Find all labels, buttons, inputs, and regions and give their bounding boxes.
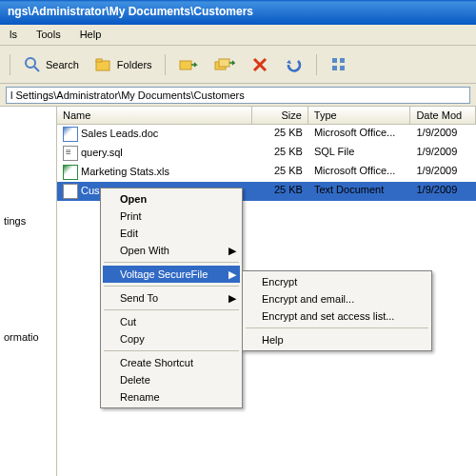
- file-list: Name Size Type Date Mod Sales Leads.doc …: [57, 107, 476, 476]
- sub-email[interactable]: Encrypt and email...: [245, 290, 429, 307]
- submenu: Encrypt Encrypt and email... Encrypt and…: [242, 270, 432, 351]
- address-input[interactable]: l Settings\Administrator\My Documents\Cu…: [6, 87, 470, 104]
- file-size: 25 KB: [252, 126, 308, 143]
- file-type: SQL File: [308, 145, 411, 162]
- file-row[interactable]: Marketing Stats.xls 25 KB Microsoft Offi…: [57, 163, 476, 182]
- folders-icon: [94, 55, 113, 74]
- column-size[interactable]: Size: [252, 107, 308, 124]
- delete-button[interactable]: [244, 51, 276, 78]
- sidebar-text: tings: [4, 215, 26, 227]
- views-button[interactable]: [323, 51, 355, 78]
- sidebar: tings ormatio: [0, 107, 57, 476]
- copyto-button[interactable]: [208, 51, 242, 78]
- text-icon: [63, 184, 78, 199]
- ctx-sendto[interactable]: Send To▶: [103, 289, 240, 307]
- file-type: Microsoft Office...: [308, 164, 411, 181]
- folders-button[interactable]: Folders: [88, 51, 159, 78]
- toolbar-separator: [316, 54, 317, 75]
- file-date: 1/9/2009: [410, 126, 476, 143]
- addressbar: l Settings\Administrator\My Documents\Cu…: [0, 84, 476, 107]
- file-name: Cus: [81, 185, 100, 196]
- ctx-shortcut[interactable]: Create Shortcut: [103, 354, 240, 371]
- ctx-separator: [104, 286, 239, 287]
- menu-tools[interactable]: Tools: [27, 27, 70, 43]
- ctx-rename[interactable]: Rename: [103, 388, 240, 406]
- svg-rect-12: [340, 66, 345, 70]
- column-type[interactable]: Type: [308, 107, 411, 124]
- file-name: Sales Leads.doc: [81, 128, 158, 139]
- svg-rect-3: [96, 59, 102, 62]
- ctx-openwith[interactable]: Open With▶: [103, 242, 240, 259]
- file-type: Microsoft Office...: [308, 126, 411, 143]
- menubar: ls Tools Help: [0, 25, 476, 46]
- column-date[interactable]: Date Mod: [410, 107, 476, 124]
- ctx-print[interactable]: Print: [103, 208, 240, 225]
- menu-ls[interactable]: ls: [0, 27, 27, 43]
- titlebar[interactable]: ngs\Administrator\My Documents\Customers: [0, 0, 476, 25]
- svg-rect-9: [332, 58, 337, 63]
- sub-help[interactable]: Help: [245, 331, 429, 348]
- file-date: 1/9/2009: [410, 164, 476, 181]
- undo-icon: [285, 55, 304, 74]
- folder-copy-icon: [214, 55, 235, 74]
- search-icon: [23, 55, 42, 74]
- chevron-right-icon: ▶: [228, 292, 236, 305]
- main-area: tings ormatio Name Size Type Date Mod Sa…: [0, 107, 476, 476]
- ctx-cut[interactable]: Cut: [103, 313, 240, 330]
- chevron-right-icon: ▶: [228, 245, 236, 257]
- ctx-copy[interactable]: Copy: [103, 330, 240, 347]
- file-row[interactable]: Sales Leads.doc 25 KB Microsoft Office..…: [57, 125, 476, 144]
- svg-line-1: [34, 67, 39, 71]
- ctx-separator: [104, 309, 239, 310]
- folder-move-icon: [178, 55, 199, 74]
- ctx-separator: [246, 327, 428, 328]
- svg-rect-10: [340, 58, 345, 63]
- delete-icon: [250, 55, 269, 74]
- ctx-label: Send To: [120, 292, 158, 304]
- toolbar: Search Folders: [0, 46, 476, 84]
- file-date: 1/9/2009: [410, 183, 476, 200]
- file-size: 25 KB: [252, 145, 308, 162]
- word-icon: [63, 127, 78, 142]
- menu-help[interactable]: Help: [70, 27, 111, 43]
- search-button[interactable]: Search: [16, 51, 86, 78]
- ctx-delete[interactable]: Delete: [103, 371, 240, 388]
- chevron-right-icon: ▶: [228, 268, 236, 281]
- sql-icon: [63, 146, 78, 161]
- svg-rect-4: [180, 61, 191, 69]
- svg-rect-11: [332, 66, 337, 70]
- column-name[interactable]: Name: [57, 107, 252, 124]
- svg-rect-6: [219, 59, 229, 67]
- ctx-open[interactable]: Open: [103, 190, 240, 208]
- sub-access[interactable]: Encrypt and set access list...: [245, 307, 429, 325]
- toolbar-separator: [10, 54, 10, 75]
- context-menu: Open Print Edit Open With▶ Voltage Secur…: [100, 188, 243, 408]
- file-size: 25 KB: [252, 164, 308, 181]
- undo-button[interactable]: [278, 51, 310, 78]
- search-label: Search: [46, 59, 79, 70]
- sidebar-text: ormatio: [4, 331, 39, 343]
- file-size: 25 KB: [252, 183, 308, 200]
- file-name: Marketing Stats.xls: [81, 166, 169, 177]
- ctx-separator: [104, 262, 239, 263]
- folders-label: Folders: [117, 59, 152, 70]
- sub-encrypt[interactable]: Encrypt: [245, 273, 429, 290]
- ctx-label: Open With: [120, 245, 169, 256]
- toolbar-separator: [165, 54, 166, 75]
- file-name: query.sql: [81, 147, 123, 158]
- file-type: Text Document: [308, 183, 411, 200]
- moveto-button[interactable]: [171, 51, 206, 78]
- ctx-voltage[interactable]: Voltage SecureFile▶: [103, 266, 240, 283]
- views-icon: [329, 55, 348, 74]
- svg-point-0: [26, 58, 35, 68]
- ctx-separator: [104, 350, 239, 351]
- sidebar-section: ormatio: [4, 274, 52, 343]
- column-headers: Name Size Type Date Mod: [57, 107, 476, 125]
- file-row[interactable]: query.sql 25 KB SQL File 1/9/2009: [57, 144, 476, 163]
- ctx-edit[interactable]: Edit: [103, 225, 240, 242]
- ctx-label: Voltage SecureFile: [120, 268, 208, 280]
- excel-icon: [63, 165, 78, 180]
- sidebar-section: tings: [4, 135, 52, 227]
- file-date: 1/9/2009: [410, 145, 476, 162]
